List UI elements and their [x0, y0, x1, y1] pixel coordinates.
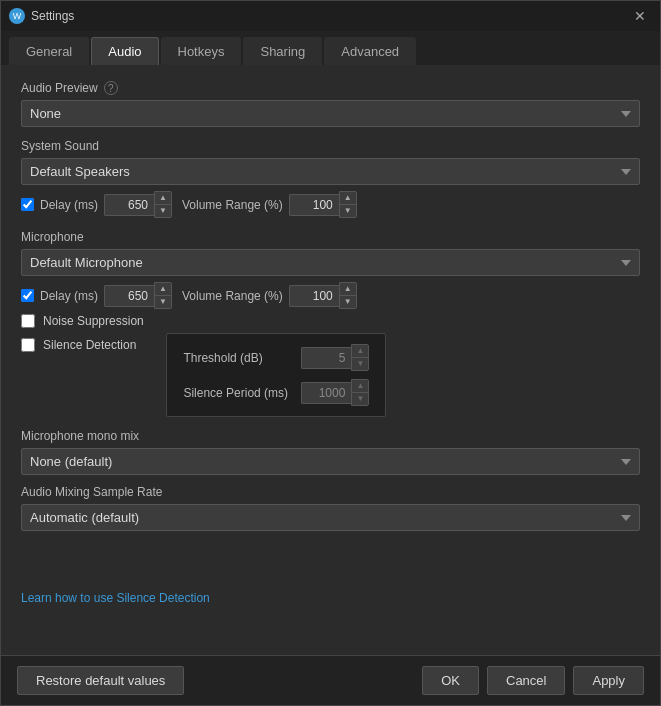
app-icon: W	[9, 8, 25, 24]
content-area: Audio Preview ? None System Sound Defaul…	[1, 65, 660, 655]
audio-preview-label: Audio Preview ?	[21, 81, 640, 95]
tab-audio[interactable]: Audio	[91, 37, 158, 65]
system-sound-label: System Sound	[21, 139, 640, 153]
system-sound-controls: Delay (ms) ▲ ▼ Volume Range (%) ▲ ▼	[21, 191, 640, 218]
system-volume-label: Volume Range (%)	[182, 198, 283, 212]
threshold-up[interactable]: ▲	[352, 345, 368, 357]
mic-volume-label: Volume Range (%)	[182, 289, 283, 303]
audio-preview-select[interactable]: None	[21, 100, 640, 127]
mic-delay-up[interactable]: ▲	[155, 283, 171, 295]
system-volume-up[interactable]: ▲	[340, 192, 356, 204]
mic-delay-label[interactable]: Delay (ms)	[40, 289, 98, 303]
audio-preview-help-icon[interactable]: ?	[104, 81, 118, 95]
tab-sharing[interactable]: Sharing	[243, 37, 322, 65]
microphone-label: Microphone	[21, 230, 640, 244]
window-title: Settings	[31, 9, 74, 23]
titlebar: W Settings ✕	[1, 1, 660, 31]
mic-delay-group: Delay (ms) ▲ ▼	[21, 282, 172, 309]
microphone-dropdown-wrapper: Default Microphone	[21, 249, 640, 276]
dialog-buttons: OK Cancel Apply	[422, 666, 644, 695]
mic-mono-mix-label: Microphone mono mix	[21, 429, 640, 443]
silence-period-up[interactable]: ▲	[352, 380, 368, 392]
sample-rate-label: Audio Mixing Sample Rate	[21, 485, 640, 499]
sample-rate-select[interactable]: Automatic (default)	[21, 504, 640, 531]
mic-controls: Delay (ms) ▲ ▼ Volume Range (%) ▲ ▼	[21, 282, 640, 309]
mic-delay-down[interactable]: ▼	[155, 295, 171, 308]
ok-button[interactable]: OK	[422, 666, 479, 695]
silence-detection-left: Silence Detection	[21, 333, 136, 357]
mic-volume-input[interactable]	[289, 285, 339, 307]
tab-hotkeys[interactable]: Hotkeys	[161, 37, 242, 65]
silence-detection-checkbox[interactable]	[21, 338, 35, 352]
system-delay-group: Delay (ms) ▲ ▼	[21, 191, 172, 218]
silence-period-spinner: ▲ ▼	[301, 379, 369, 406]
system-volume-spinner: ▲ ▼	[289, 191, 357, 218]
system-volume-input[interactable]	[289, 194, 339, 216]
silence-period-label: Silence Period (ms)	[183, 386, 288, 400]
system-delay-spinner: ▲ ▼	[104, 191, 172, 218]
settings-window: W Settings ✕ General Audio Hotkeys Shari…	[0, 0, 661, 706]
mic-volume-up[interactable]: ▲	[340, 283, 356, 295]
silence-detection-panel: Threshold (dB) ▲ ▼ Silence Period (ms)	[166, 333, 386, 417]
cancel-button[interactable]: Cancel	[487, 666, 565, 695]
silence-detection-label[interactable]: Silence Detection	[43, 338, 136, 352]
noise-suppression-row: Noise Suppression	[21, 314, 640, 328]
titlebar-left: W Settings	[9, 8, 74, 24]
system-delay-input[interactable]	[104, 194, 154, 216]
mic-volume-group: Volume Range (%) ▲ ▼	[182, 282, 357, 309]
system-delay-checkbox[interactable]	[21, 198, 34, 211]
mic-mono-mix-dropdown-wrapper: None (default)	[21, 448, 640, 475]
system-volume-group: Volume Range (%) ▲ ▼	[182, 191, 357, 218]
system-sound-dropdown-wrapper: Default Speakers	[21, 158, 640, 185]
silence-period-down[interactable]: ▼	[352, 392, 368, 405]
tab-general[interactable]: General	[9, 37, 89, 65]
silence-detection-block: Silence Detection Threshold (dB) ▲ ▼ Sil…	[21, 333, 640, 417]
silence-period-row: Silence Period (ms) ▲ ▼	[183, 379, 369, 406]
noise-suppression-label[interactable]: Noise Suppression	[43, 314, 144, 328]
system-delay-down[interactable]: ▼	[155, 204, 171, 217]
mic-delay-input[interactable]	[104, 285, 154, 307]
close-button[interactable]: ✕	[628, 6, 652, 26]
threshold-label: Threshold (dB)	[183, 351, 262, 365]
mic-delay-checkbox[interactable]	[21, 289, 34, 302]
bottom-bar: Restore default values OK Cancel Apply	[1, 655, 660, 705]
system-sound-select[interactable]: Default Speakers	[21, 158, 640, 185]
threshold-input[interactable]	[301, 347, 351, 369]
system-volume-down[interactable]: ▼	[340, 204, 356, 217]
mic-delay-spinner: ▲ ▼	[104, 282, 172, 309]
sample-rate-dropdown-wrapper: Automatic (default)	[21, 504, 640, 531]
system-delay-label[interactable]: Delay (ms)	[40, 198, 98, 212]
tab-bar: General Audio Hotkeys Sharing Advanced	[1, 31, 660, 65]
silence-period-input[interactable]	[301, 382, 351, 404]
threshold-spinner: ▲ ▼	[301, 344, 369, 371]
silence-detection-row: Silence Detection	[21, 338, 136, 352]
threshold-row: Threshold (dB) ▲ ▼	[183, 344, 369, 371]
noise-suppression-checkbox[interactable]	[21, 314, 35, 328]
restore-defaults-button[interactable]: Restore default values	[17, 666, 184, 695]
mic-volume-down[interactable]: ▼	[340, 295, 356, 308]
apply-button[interactable]: Apply	[573, 666, 644, 695]
mic-volume-spinner: ▲ ▼	[289, 282, 357, 309]
threshold-down[interactable]: ▼	[352, 357, 368, 370]
microphone-select[interactable]: Default Microphone	[21, 249, 640, 276]
audio-preview-dropdown-wrapper: None	[21, 100, 640, 127]
mic-mono-mix-select[interactable]: None (default)	[21, 448, 640, 475]
system-delay-up[interactable]: ▲	[155, 192, 171, 204]
tab-advanced[interactable]: Advanced	[324, 37, 416, 65]
silence-detection-link[interactable]: Learn how to use Silence Detection	[21, 591, 640, 605]
